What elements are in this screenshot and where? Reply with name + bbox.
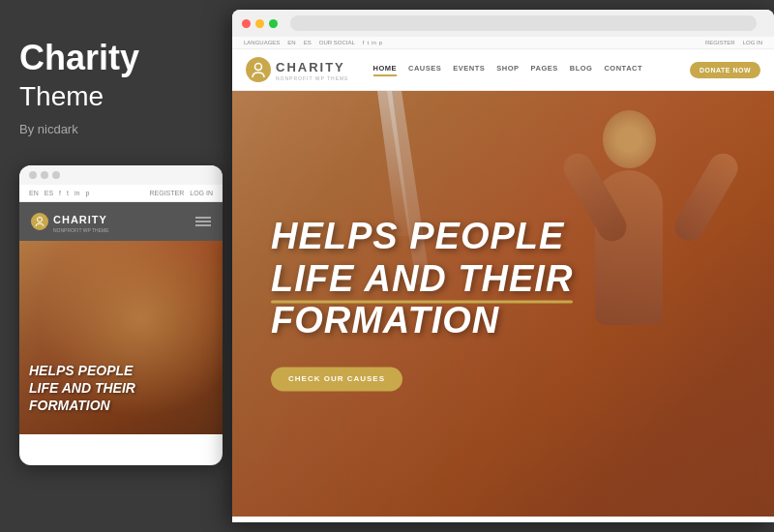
mobile-dot-3 <box>52 171 60 179</box>
svg-point-0 <box>38 217 43 222</box>
mobile-lang-en: EN <box>29 190 39 196</box>
mobile-hero: HELPS PEOPLE LIFE AND THEIR FORMATION <box>19 241 223 434</box>
mobile-nav-bar: EN ES f t in p REGISTER LOG IN <box>19 185 223 202</box>
site-top-bar: LANGUAGES EN ES OUR SOCIAL f t in p REGI… <box>232 37 774 49</box>
facebook-icon[interactable]: f <box>363 40 365 45</box>
desktop-browser-bar <box>232 10 774 37</box>
linkedin-icon[interactable]: in <box>372 40 376 45</box>
desktop-hero-content: HELPS PEOPLE LIFE AND THEIR FORMATION CH… <box>271 216 573 391</box>
desktop-logo[interactable]: CHARITY NONPROFIT WP THEME <box>246 57 349 82</box>
mobile-hero-headline: HELPS PEOPLE LIFE AND THEIR FORMATION <box>29 362 213 415</box>
desktop-logo-sub: NONPROFIT WP THEME <box>276 75 349 81</box>
mobile-lang-es: ES <box>45 190 53 196</box>
mobile-register: REGISTER <box>149 190 184 196</box>
mobile-nav-left: EN ES f t in p <box>29 190 89 196</box>
nav-link-causes[interactable]: CAUSES <box>408 64 441 76</box>
hero-line2: LIFE AND THEIR <box>271 258 573 301</box>
mobile-logo-subtext: NONPROFIT WP THEME <box>53 227 109 233</box>
twitter-icon[interactable]: t <box>367 40 369 45</box>
theme-author: By nicdark <box>19 122 213 136</box>
check-causes-button[interactable]: CHECK OUR CAUSES <box>271 368 402 392</box>
theme-title: Charity <box>19 39 213 77</box>
social-icons: f t in p <box>363 40 382 45</box>
nav-link-contact[interactable]: CONTACT <box>604 64 642 76</box>
nav-link-blog[interactable]: BLOG <box>570 64 593 76</box>
languages-label: LANGUAGES <box>244 40 280 45</box>
mobile-social-in: in <box>74 190 79 196</box>
mobile-dot-1 <box>29 171 37 179</box>
browser-dot-yellow <box>255 19 264 28</box>
mobile-social-t: t <box>67 190 69 196</box>
theme-subtitle: Theme <box>19 81 213 112</box>
mobile-hamburger-icon[interactable] <box>195 217 211 226</box>
mobile-logo: CHARITY NONPROFIT WP THEME <box>31 210 109 233</box>
nav-link-pages[interactable]: PAGES <box>531 64 558 76</box>
desktop-hero-headline: HELPS PEOPLE LIFE AND THEIR FORMATION <box>271 216 573 342</box>
browser-dot-green <box>269 19 278 28</box>
left-panel: Charity Theme By nicdark EN ES f t in p … <box>0 0 232 532</box>
mobile-logo-text-block: CHARITY NONPROFIT WP THEME <box>53 210 109 233</box>
login-link[interactable]: LOG IN <box>743 40 762 45</box>
mobile-dot-2 <box>41 171 48 179</box>
browser-url-bar[interactable] <box>290 15 757 31</box>
site-top-left: LANGUAGES EN ES OUR SOCIAL f t in p <box>244 40 382 45</box>
desktop-logo-text: CHARITY <box>276 60 345 74</box>
lang-es[interactable]: ES <box>304 40 312 45</box>
register-link[interactable]: REGISTER <box>705 40 735 45</box>
svg-point-1 <box>255 64 262 71</box>
mobile-login: LOG IN <box>190 190 213 196</box>
desktop-nav-links: HOME CAUSES EVENTS SHOP PAGES BLOG CONTA… <box>373 64 680 76</box>
lang-en[interactable]: EN <box>287 40 295 45</box>
mobile-mockup: EN ES f t in p REGISTER LOG IN <box>19 165 223 465</box>
desktop-hero: HELPS PEOPLE LIFE AND THEIR FORMATION CH… <box>232 91 774 517</box>
desktop-logo-text-block: CHARITY NONPROFIT WP THEME <box>276 58 349 81</box>
desktop-logo-icon <box>246 57 271 82</box>
nav-link-events[interactable]: EVENTS <box>453 64 485 76</box>
our-social-label: OUR SOCIAL <box>319 40 355 45</box>
nav-link-shop[interactable]: SHOP <box>496 64 519 76</box>
mobile-logo-text: CHARITY <box>53 214 107 225</box>
mobile-social-f: f <box>59 190 61 196</box>
desktop-navbar: CHARITY NONPROFIT WP THEME HOME CAUSES E… <box>232 49 774 91</box>
mobile-hero-text: HELPS PEOPLE LIFE AND THEIR FORMATION <box>29 362 213 415</box>
mobile-logo-icon <box>31 213 48 230</box>
mobile-top-bar <box>19 165 223 185</box>
pinterest-icon[interactable]: p <box>379 40 382 45</box>
browser-dot-red <box>242 19 251 28</box>
mobile-nav-right: REGISTER LOG IN <box>149 190 213 196</box>
nav-link-home[interactable]: HOME <box>373 64 398 76</box>
mobile-social-p: p <box>85 190 89 196</box>
donate-now-button[interactable]: DONATE NOW <box>690 62 760 78</box>
mobile-header: CHARITY NONPROFIT WP THEME <box>19 202 223 241</box>
site-top-right: REGISTER LOG IN <box>705 40 762 45</box>
desktop-mockup: LANGUAGES EN ES OUR SOCIAL f t in p REGI… <box>232 10 774 522</box>
